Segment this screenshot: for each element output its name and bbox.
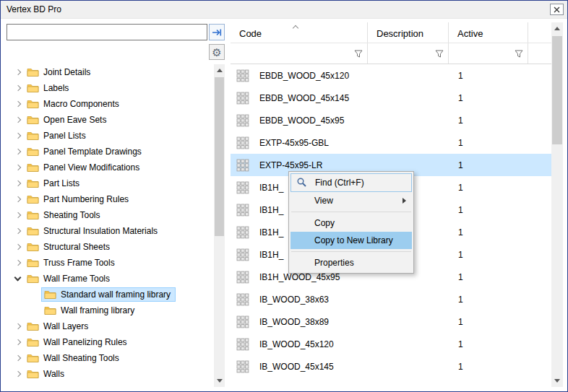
folder-tree: Joint Details Labels Macro Components — [7, 64, 213, 387]
table-row-ib-wood-38x63[interactable]: IB_WOOD_38x63 1 — [231, 288, 551, 310]
tree-item-truss-frame-tools[interactable]: Truss Frame Tools — [7, 255, 213, 271]
menu-item-find-ctrl-f[interactable]: Find (Ctrl+F) — [291, 173, 412, 192]
chevron-icon[interactable] — [12, 114, 24, 126]
tree-item-part-lists[interactable]: Part Lists — [7, 175, 213, 191]
filter-button-active[interactable] — [512, 48, 525, 60]
tree-scroll-up-icon[interactable] — [214, 64, 225, 77]
active-cell: 1 — [449, 138, 528, 148]
grid-icon — [236, 248, 249, 261]
tree-item-label: Standard wall framing library — [61, 289, 171, 300]
chevron-icon[interactable] — [12, 98, 24, 110]
search-go-button[interactable] — [209, 24, 225, 40]
tree-item-wall-sheating-tools[interactable]: Wall Sheating Tools — [7, 350, 213, 366]
table-row-ebdb-wood-45x95[interactable]: EBDB_WOOD_45x95 1 — [231, 109, 551, 131]
tree-item-label: Wall Panelizing Rules — [43, 337, 127, 347]
code-cell: EBDB_WOOD_45x95 — [259, 116, 344, 126]
filter-button-code[interactable] — [351, 48, 364, 60]
column-header-active[interactable]: Active — [449, 22, 528, 43]
chevron-icon[interactable] — [12, 241, 24, 253]
chevron-icon[interactable] — [12, 162, 24, 173]
table-scroll-up-icon[interactable] — [551, 22, 563, 35]
folder-icon — [27, 99, 39, 109]
tree-item-part-numbering-rules[interactable]: Part Numbering Rules — [7, 191, 213, 207]
menu-item-properties[interactable]: Properties — [291, 254, 412, 271]
table-row-extp-45x95-gbl[interactable]: EXTP-45x95-GBL 1 — [231, 131, 551, 154]
active-cell: 1 — [449, 116, 528, 126]
grid-icon — [236, 114, 249, 127]
chevron-icon[interactable] — [12, 193, 24, 205]
chevron-icon[interactable] — [12, 82, 24, 94]
column-label: Description — [376, 28, 423, 39]
table-row-ib-wood-45x145[interactable]: IB_WOOD_45x145 1 — [231, 355, 551, 378]
menu-item-view[interactable]: View — [291, 192, 412, 209]
chevron-icon[interactable] — [12, 368, 24, 380]
tree-scrollbar[interactable] — [214, 64, 225, 387]
titlebar: Vertex BD Pro — [1, 1, 567, 19]
chevron-icon[interactable] — [12, 130, 24, 141]
tree-item-label: Structural Insulation Materials — [43, 226, 158, 236]
chevron-icon[interactable] — [12, 146, 24, 157]
tree-item-structural-sheets[interactable]: Structural Sheets — [7, 239, 213, 255]
folder-icon — [27, 337, 39, 347]
active-cell: 1 — [449, 339, 528, 349]
settings-button[interactable]: ⚙ — [209, 44, 225, 60]
tree-item-label: Walls — [43, 369, 64, 379]
folder-icon — [27, 353, 39, 363]
close-button[interactable] — [550, 4, 564, 15]
chevron-icon[interactable] — [12, 352, 24, 364]
menu-item-copy-to-new-library[interactable]: Copy to New Library — [291, 232, 412, 249]
table-scrollbar[interactable] — [551, 22, 563, 387]
menu-item-copy[interactable]: Copy — [291, 214, 412, 232]
active-cell: 1 — [449, 160, 528, 170]
tree-item-standard-wall-framing-library[interactable]: Standard wall framing library — [7, 287, 213, 302]
tree-item-label: Panel Template Drawings — [43, 147, 142, 157]
tree-item-walls[interactable]: Walls — [7, 366, 213, 382]
tree-item-wall-layers[interactable]: Wall Layers — [7, 318, 213, 334]
chevron-icon[interactable] — [12, 321, 24, 332]
table-row-ib-wood-38x89[interactable]: IB_WOOD_38x89 1 — [231, 310, 551, 333]
tree-item-sheating-tools[interactable]: Sheating Tools — [7, 207, 213, 223]
tree-item-label: Wall Sheating Tools — [43, 353, 119, 363]
chevron-icon[interactable] — [12, 273, 24, 284]
menu-item-label: Copy — [314, 218, 335, 228]
chevron-icon[interactable] — [12, 178, 24, 189]
search-input[interactable] — [7, 24, 207, 40]
funnel-icon — [354, 50, 363, 58]
chevron-icon[interactable] — [12, 225, 24, 237]
tree-item-open-eave-sets[interactable]: Open Eave Sets — [7, 112, 213, 128]
grid-icon — [236, 159, 249, 172]
chevron-icon[interactable] — [12, 66, 24, 78]
tree-item-wall-frame-tools[interactable]: Wall Frame Tools — [7, 271, 213, 287]
filter-button-description[interactable] — [432, 48, 445, 60]
tree-scroll-down-icon[interactable] — [214, 375, 225, 387]
table-row-ib-wood-45x120[interactable]: IB_WOOD_45x120 1 — [231, 333, 551, 355]
tree-item-joint-details[interactable]: Joint Details — [7, 64, 213, 80]
column-header-code[interactable]: Code — [231, 22, 368, 43]
tree-item-panel-view-modifications[interactable]: Panel View Modifications — [7, 160, 213, 175]
grid-icon — [236, 181, 249, 194]
tree-item-panel-lists[interactable]: Panel Lists — [7, 128, 213, 144]
chevron-icon[interactable] — [12, 336, 24, 348]
table-row-ebdb-wood-45x120[interactable]: EBDB_WOOD_45x120 1 — [231, 64, 551, 87]
tree-item-wall-framing-library[interactable]: Wall framing library — [7, 302, 213, 318]
tree-item-wall-panelizing-rules[interactable]: Wall Panelizing Rules — [7, 334, 213, 350]
code-cell: IB1H_ — [259, 183, 283, 193]
funnel-icon — [435, 50, 444, 58]
tree-scrollbar-thumb[interactable] — [215, 77, 224, 236]
tree-item-macro-components[interactable]: Macro Components — [7, 96, 213, 112]
folder-icon — [27, 115, 39, 125]
tree-item-structural-insulation-materials[interactable]: Structural Insulation Materials — [7, 223, 213, 239]
tree-item-labels[interactable]: Labels — [7, 80, 213, 96]
active-cell: 1 — [449, 227, 528, 238]
chevron-icon[interactable] — [12, 257, 24, 269]
table-scrollbar-thumb[interactable] — [552, 36, 562, 144]
grid-icon — [236, 271, 249, 284]
code-cell: IB1H_ — [259, 227, 283, 238]
menu-item-label: View — [314, 196, 333, 206]
tree-item-panel-template-drawings[interactable]: Panel Template Drawings — [7, 144, 213, 160]
table-row-ebdb-wood-45x145[interactable]: EBDB_WOOD_45x145 1 — [231, 87, 551, 109]
column-header-description[interactable]: Description — [368, 22, 449, 43]
chevron-icon[interactable] — [12, 209, 24, 221]
table-scroll-down-icon[interactable] — [551, 375, 563, 387]
menu-separator — [291, 212, 411, 212]
